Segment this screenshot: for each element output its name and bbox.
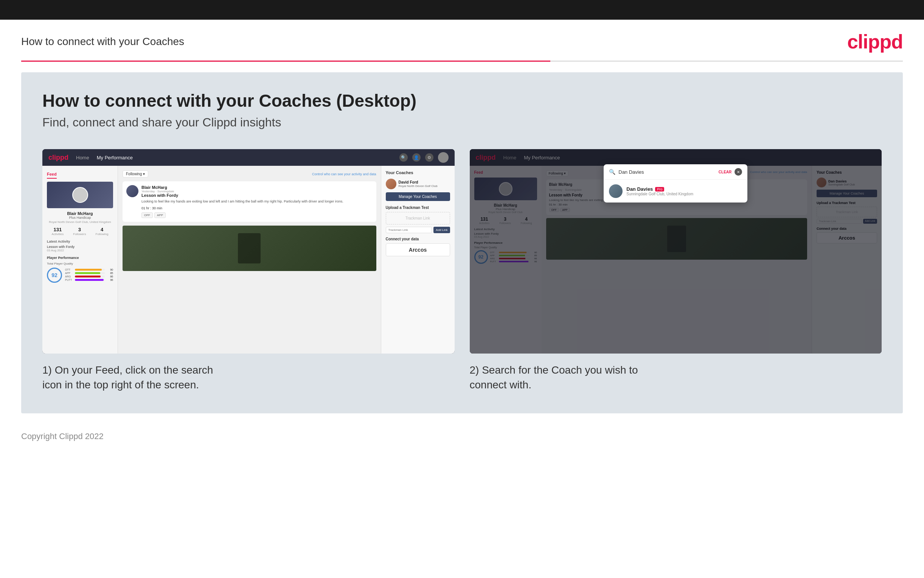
ss-bar-fill: [75, 269, 102, 271]
ss-bar-value: 85: [106, 272, 113, 274]
ss-stats-row-1: 131 Activities 3 Followers 4 Following: [47, 227, 113, 236]
ss-following-btn-1[interactable]: Following ▾: [123, 170, 148, 177]
screenshots-row: clippd Home My Performance 🔍 👤 ⚙ Feed: [42, 149, 882, 392]
step-caption-2: 2) Search for the Coach you wish toconne…: [470, 363, 882, 392]
ss-profile-name-1: Blair McHarg: [47, 211, 113, 216]
ss-your-coach-card-1: David Ford Royal North Devon Golf Club: [386, 179, 450, 189]
header: How to connect with your Coaches clippd: [0, 19, 924, 60]
ss-your-coach-info-1: David Ford Royal North Devon Golf Club: [399, 180, 438, 188]
ss-feed-label-1: Feed: [47, 172, 57, 179]
ss-nav-home-1[interactable]: Home: [76, 155, 89, 161]
ss-bar-row: PUTT 96: [65, 279, 113, 281]
ss-bar-row: OTT 90: [65, 268, 113, 271]
ss-add-link-btn-1[interactable]: Add Link: [434, 227, 450, 233]
step-caption-1: 1) On your Feed, click on the searchicon…: [42, 363, 455, 392]
ss-result-badge-2: Pro: [655, 187, 664, 192]
ss-feed-info-1: Blair McHarg Yesterday · Sunningdale Les…: [141, 185, 372, 218]
copyright-text: Copyright Clippd 2022: [21, 432, 104, 441]
ss-control-link-1[interactable]: Control who can see your activity and da…: [312, 172, 376, 176]
ss-result-name-2: Dan Davies: [626, 186, 653, 192]
ss-stat-activities-lbl: Activities: [52, 232, 64, 236]
ss-body-1: Feed Blair McHarg Plus Handicap Royal No…: [42, 166, 455, 354]
ss-btn-off-1[interactable]: OFF: [141, 212, 153, 218]
ss-search-result-2[interactable]: Dan Davies Pro Sunningdale Golf Club, Un…: [604, 180, 748, 203]
top-bar: [0, 0, 924, 19]
ss-activity-name-1: Lesson with Fordy: [47, 245, 113, 249]
ss-stat-followers-lbl: Followers: [73, 232, 86, 236]
ss-search-overlay-2: 🔍 Dan Davies CLEAR ✕ Dan Davies Pro Sun: [604, 164, 748, 203]
ss-lesson-duration-1: 01 hr : 30 min: [141, 206, 372, 210]
screenshot-frame-1: clippd Home My Performance 🔍 👤 ⚙ Feed: [42, 149, 455, 354]
header-divider: [21, 60, 903, 62]
ss-result-avatar-2: [609, 184, 623, 198]
ss-trackman-input-row-1: Add Link: [386, 227, 450, 233]
ss-stat-activities-val: 131: [52, 227, 64, 232]
ss-bar-track: [75, 279, 105, 281]
ss-bar-track: [75, 269, 105, 271]
ss-bar-track: [75, 276, 105, 278]
ss-middle-panel-1: Following ▾ Control who can see your act…: [118, 166, 381, 354]
ss-bar-label: OTT: [65, 268, 73, 271]
ss-nav-myperformance-1[interactable]: My Performance: [97, 155, 133, 161]
page-title: How to connect with your Coaches: [21, 36, 184, 48]
settings-icon-1[interactable]: ⚙: [425, 153, 434, 162]
ss-profile-avatar-1: [72, 187, 88, 203]
ss-stat-following-lbl: Following: [96, 232, 108, 236]
ss-trackman-box-1: Trackman Link: [386, 212, 450, 224]
ss-latest-activity-label-1: Latest Activity: [47, 240, 113, 244]
ss-profile-club-1: Royal North Devon Golf Club, United King…: [47, 220, 113, 224]
ss-performance-1: Player Performance Total Player Quality …: [47, 256, 113, 283]
ss-your-coach-name-1: David Ford: [399, 180, 438, 184]
ss-feed-coach-name-1: Blair McHarg: [141, 185, 372, 190]
nav-avatar-1[interactable]: [438, 152, 448, 163]
ss-stat-followers-val: 3: [73, 227, 86, 232]
ss-bar-label: ARG: [65, 275, 73, 278]
ss-stat-followers: 3 Followers: [73, 227, 86, 236]
ss-bar-label: PUTT: [65, 279, 73, 281]
ss-lesson-title-1: Lesson with Fordy: [141, 193, 372, 198]
ss-left-panel-1: Feed Blair McHarg Plus Handicap Royal No…: [42, 166, 118, 354]
ss-search-input-2[interactable]: Dan Davies: [618, 169, 715, 175]
ss-btn-app-1[interactable]: APP: [154, 212, 166, 218]
ss-manage-btn-1[interactable]: Manage Your Coaches: [386, 192, 450, 201]
ss-stat-activities: 131 Activities: [52, 227, 64, 236]
ss-nav-icons-1: 🔍 👤 ⚙: [400, 152, 448, 163]
ss-clear-btn-2[interactable]: CLEAR: [718, 170, 731, 174]
ss-trackman-text-1: Trackman Link: [390, 216, 446, 220]
search-icon-2: 🔍: [609, 169, 615, 175]
ss-arccos-box-1: Arccos: [386, 244, 450, 256]
ss-profile-handicap-1: Plus Handicap: [47, 216, 113, 219]
ss-bar-row: APP 85: [65, 272, 113, 274]
search-icon-1[interactable]: 🔍: [400, 153, 408, 162]
ss-bar-value: 96: [106, 279, 113, 281]
clippd-logo: clippd: [847, 30, 903, 53]
ss-feed-photo-1: [123, 226, 376, 271]
ss-stat-following-val: 4: [96, 227, 108, 232]
ss-result-info-2: Dan Davies Pro Sunningdale Golf Club, Un…: [626, 186, 693, 196]
user-icon-1[interactable]: 👤: [412, 153, 421, 162]
ss-activity-date-1: 03 Aug 2022: [47, 249, 113, 252]
ss-lesson-btns-1: OFF APP: [141, 212, 372, 218]
footer: Copyright Clippd 2022: [0, 424, 924, 449]
ss-following-row-1: Following ▾ Control who can see your act…: [123, 170, 376, 177]
main-content: How to connect with your Coaches (Deskto…: [21, 72, 903, 413]
ss-profile-banner-1: [47, 182, 113, 208]
ss-bar-track: [75, 272, 105, 274]
ss-right-panel-1: Your Coaches David Ford Royal North Devo…: [381, 166, 455, 354]
ss-feed-avatar-1: [126, 185, 138, 197]
ss-search-bar-2: 🔍 Dan Davies CLEAR ✕: [604, 164, 748, 180]
ss-coaches-title-1: Your Coaches: [386, 170, 450, 175]
close-icon-2[interactable]: ✕: [735, 168, 742, 175]
ss-bar-value: 86: [106, 275, 113, 278]
ss-bar-fill: [75, 276, 100, 278]
ss-trackman-input-1[interactable]: [386, 227, 432, 233]
ss-your-coach-avatar-1: [386, 179, 396, 189]
ss-connect-title-1: Connect your data: [386, 237, 450, 241]
ss-bar-row: ARG 86: [65, 275, 113, 278]
ss-bar-fill: [75, 279, 104, 281]
ss-bar-fill: [75, 272, 100, 274]
ss-bar-label: APP: [65, 272, 73, 274]
ss-quality-row-1: 92 OTT 90 APP 85 ARG: [47, 268, 113, 283]
main-title: How to connect with your Coaches (Deskto…: [42, 91, 882, 111]
ss-bars-1: OTT 90 APP 85 ARG 86 PUTT: [65, 268, 113, 282]
